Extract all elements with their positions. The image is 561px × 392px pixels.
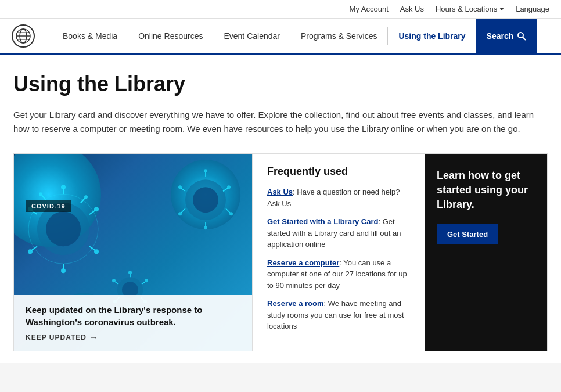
ask-us-freq-link[interactable]: Ask Us: [267, 188, 293, 196]
svg-point-5: [518, 33, 523, 38]
nav-online-resources[interactable]: Online Resources: [128, 19, 213, 55]
covid-text-area: Keep updated on the Library's response t…: [14, 295, 252, 351]
reserve-room-freq-link[interactable]: Reserve a room: [267, 299, 324, 308]
nav-books-media[interactable]: Books & Media: [52, 19, 128, 55]
frequently-used-title: Frequently used: [267, 166, 410, 178]
main-nav: Books & Media Online Resources Event Cal…: [0, 19, 561, 55]
library-card-freq-link[interactable]: Get Started with a Library Card: [267, 217, 378, 226]
freq-item-2: Get Started with a Library Card: Get sta…: [267, 216, 410, 250]
search-icon: [517, 31, 526, 41]
ask-us-link[interactable]: Ask Us: [400, 5, 424, 13]
nav-links: Books & Media Online Resources Event Cal…: [52, 19, 549, 53]
covid-badge: COVID-19: [26, 200, 71, 212]
keep-updated-link[interactable]: KEEP UPDATED →: [26, 333, 240, 342]
get-started-card: Learn how to get started using your Libr…: [425, 154, 547, 351]
hours-locations-link[interactable]: Hours & Locations: [436, 5, 504, 13]
get-started-title: Learn how to get started using your Libr…: [437, 168, 535, 213]
nav-event-calendar[interactable]: Event Calendar: [213, 19, 290, 55]
library-logo-icon: [12, 24, 35, 48]
freq-item-1: Ask Us: Have a question or need help? As…: [267, 186, 410, 209]
freq-item-3: Reserve a computer: You can use a comput…: [267, 257, 410, 292]
virus-blob-2: [171, 160, 240, 229]
covid-card: COVID-19 Keep updated on the Library's r…: [14, 154, 252, 351]
page-title: Using the Library: [13, 72, 548, 96]
chevron-down-icon: [499, 8, 504, 10]
page-description: Get your Library card and discover every…: [13, 108, 548, 136]
search-label: Search: [487, 31, 514, 41]
bottom-area: [0, 363, 561, 393]
nav-using-library[interactable]: Using the Library: [388, 19, 476, 55]
cards-section: COVID-19 Keep updated on the Library's r…: [13, 153, 548, 351]
language-link[interactable]: Language: [516, 5, 549, 13]
freq-item-4: Reserve a room: We have meeting and stud…: [267, 298, 410, 332]
utility-bar: My Account Ask Us Hours & Locations Lang…: [0, 0, 561, 19]
reserve-computer-freq-link[interactable]: Reserve a computer: [267, 258, 339, 267]
arrow-right-icon: →: [89, 333, 98, 342]
covid-title: Keep updated on the Library's response t…: [26, 304, 240, 328]
nav-programs-services[interactable]: Programs & Services: [290, 19, 387, 55]
frequently-used-card: Frequently used Ask Us: Have a question …: [252, 154, 425, 351]
logo-area[interactable]: [12, 19, 46, 53]
page-content: Using the Library Get your Library card …: [2, 55, 559, 363]
my-account-link[interactable]: My Account: [350, 5, 389, 13]
get-started-button[interactable]: Get Started: [437, 224, 498, 244]
search-button[interactable]: Search: [476, 19, 537, 53]
svg-line-6: [523, 37, 526, 40]
globe-icon: [15, 28, 31, 44]
